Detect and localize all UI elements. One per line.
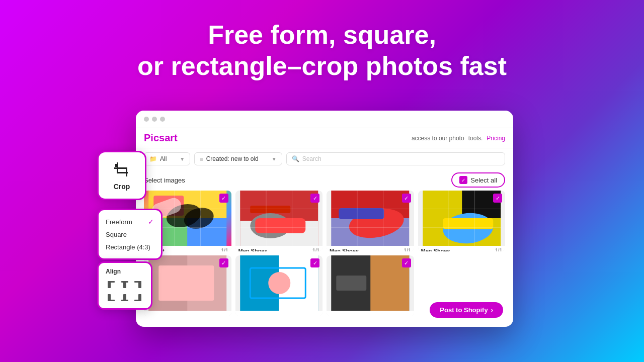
image-card-4[interactable]: ✓ Men Shoes 1/1 ACTIVE PNG 1080×1080 (3 … [418, 191, 506, 251]
headline: Free form, square, or rectangle–crop pho… [0, 0, 644, 82]
select-all-label: Select all [470, 176, 497, 184]
crop-icon [112, 160, 132, 180]
select-images-label: Select images [144, 176, 185, 184]
browser-dot-1 [144, 117, 149, 122]
post-to-shopify-button[interactable]: Post to Shopify › [430, 302, 503, 318]
image-count-3: 1/1 [404, 248, 411, 251]
crop-label: Crop [114, 183, 130, 191]
svg-rect-30 [443, 218, 493, 229]
browser-titlebar [136, 111, 513, 128]
mode-freeform[interactable]: Freeform ✓ [106, 215, 154, 228]
image-thumb-2-graphic [235, 191, 323, 246]
browser-dot-2 [152, 117, 157, 122]
tools-text: tools. [468, 135, 483, 142]
pricing-link[interactable]: Pricing [487, 135, 505, 142]
svg-rect-48 [114, 167, 127, 169]
filter-all-chevron-icon: ▼ [180, 156, 185, 162]
image-check-7[interactable]: ✓ [402, 258, 411, 267]
image-count-4: 1/1 [495, 248, 502, 251]
image-card-5[interactable]: ✓ [144, 255, 231, 316]
image-thumb-3-graphic [327, 191, 414, 246]
image-check-5[interactable]: ✓ [219, 258, 228, 267]
filter-all-label: All [160, 155, 167, 162]
align-top-left-button[interactable] [106, 279, 117, 290]
svg-rect-52 [108, 281, 115, 283]
svg-rect-56 [134, 281, 141, 283]
filter-sort-chevron-icon: ▼ [272, 156, 277, 162]
access-text: access to our photo [412, 135, 464, 142]
mode-rectangle-label: Rectangle (4:3) [106, 243, 150, 251]
svg-rect-22 [339, 208, 384, 219]
browser-window: Picsart access to our photo tools. Prici… [136, 111, 513, 327]
svg-rect-37 [158, 265, 214, 301]
crop-panel[interactable]: Crop [97, 151, 146, 200]
mode-square[interactable]: Square [106, 228, 154, 241]
browser-dot-3 [160, 117, 165, 122]
image-card-7[interactable]: ✓ [327, 255, 414, 316]
search-bar[interactable]: 🔍 Search [286, 152, 505, 165]
post-arrow-icon: › [491, 306, 493, 314]
image-thumb-6-graphic [235, 255, 323, 311]
align-bottom-right-button[interactable] [132, 292, 143, 303]
image-title-2: Men Shoes [238, 248, 268, 251]
image-title-4: Men Shoes [421, 248, 450, 251]
align-bottom-center-button[interactable] [119, 292, 130, 303]
picsart-logo: Picsart [144, 132, 178, 144]
select-all-button[interactable]: ✓ Select all [451, 172, 505, 188]
svg-rect-50 [115, 164, 117, 167]
image-title-3: Men Shoes [330, 248, 359, 251]
filter-all-dropdown[interactable]: 📁 All ▼ [144, 152, 190, 165]
image-count-2: 1/1 [312, 248, 319, 251]
post-to-shopify-label: Post to Shopify [440, 306, 488, 314]
search-icon: 🔍 [292, 155, 299, 162]
image-check-2[interactable]: ✓ [310, 194, 319, 203]
filter-sort-dropdown[interactable]: ≡ Created: new to old ▼ [194, 152, 282, 165]
mode-panel: Freeform ✓ Square Rectangle (4:3) [97, 209, 163, 260]
mode-rectangle[interactable]: Rectangle (4:3) [106, 241, 154, 253]
search-placeholder: Search [302, 155, 321, 162]
image-thumb-7-graphic [327, 255, 414, 311]
headline-line1: Free form, square, [208, 20, 436, 49]
svg-rect-62 [134, 300, 141, 301]
align-top-center-button[interactable] [119, 279, 130, 290]
image-check-4[interactable]: ✓ [493, 194, 502, 203]
select-all-check-icon: ✓ [459, 176, 467, 184]
svg-rect-44 [336, 276, 366, 291]
svg-rect-58 [108, 300, 115, 301]
image-check-1[interactable]: ✓ [219, 194, 228, 203]
filter-sort-label: Created: new to old [206, 155, 259, 162]
align-label: Align [106, 268, 144, 275]
svg-rect-14 [255, 218, 305, 233]
image-card-3[interactable]: ✓ Men Shoes 1/1 ACTIVE PNG 1080×1080 (3 … [327, 191, 414, 251]
image-card-2[interactable]: ✓ Men Shoes 1/1 ACTIVE PNG 1080×1080 (3 … [235, 191, 323, 251]
align-top-right-button[interactable] [132, 279, 143, 290]
image-count-1: 1/1 [221, 248, 228, 251]
svg-point-41 [268, 272, 290, 294]
mode-square-label: Square [106, 231, 127, 238]
svg-rect-60 [121, 300, 128, 301]
mode-freeform-label: Freeform [106, 218, 132, 226]
svg-rect-54 [121, 281, 128, 283]
align-bottom-left-button[interactable] [106, 292, 117, 303]
svg-rect-12 [250, 206, 290, 213]
image-thumb-4-graphic [418, 191, 506, 246]
image-check-3[interactable]: ✓ [402, 194, 411, 203]
image-thumb-5-graphic [144, 255, 231, 311]
image-card-6[interactable]: ✓ [235, 255, 323, 316]
image-check-6[interactable]: ✓ [310, 258, 319, 267]
align-panel: Align [97, 261, 152, 310]
mode-freeform-check-icon: ✓ [148, 218, 154, 226]
headline-line2: or rectangle–crop photos fast [137, 51, 507, 80]
